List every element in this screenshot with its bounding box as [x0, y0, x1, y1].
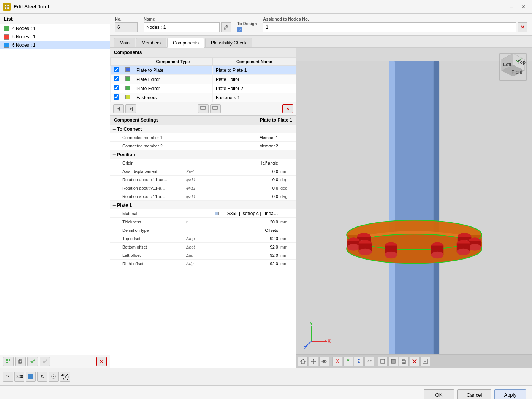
vp-btn-z[interactable]: Z [354, 357, 364, 366]
prop-row-connected-1[interactable]: Connected member 1 Member 1 [110, 133, 296, 142]
vp-btn-export[interactable] [420, 357, 430, 366]
copy-button[interactable] [15, 357, 26, 366]
comp-name-4: Fasteners 1 [212, 93, 296, 102]
name-input[interactable] [144, 22, 220, 32]
assigned-nodes-input[interactable] [263, 22, 516, 32]
units-button[interactable]: 0.00 [14, 372, 24, 382]
help-button[interactable]: ? [3, 372, 13, 382]
comp-type-1: Plate to Plate [133, 66, 213, 75]
name-label: Name [144, 17, 231, 21]
vp-btn-x[interactable]: X [332, 357, 342, 366]
tab-plausibility[interactable]: Plausibility Check [205, 38, 252, 48]
list-item-6nodes[interactable]: 6 Nodes : 1 [0, 41, 110, 49]
text-button[interactable]: A [37, 372, 47, 382]
list-item-5nodes[interactable]: 5 Nodes : 1 [0, 33, 110, 41]
add-button[interactable] [3, 357, 14, 366]
viewport[interactable]: Top Left Front X [296, 48, 532, 368]
prop-row-rot-x[interactable]: Rotation about x11-ax… φx11 0.0 deg [110, 176, 296, 184]
list-label-4nodes: 4 Nodes : 1 [12, 26, 35, 31]
move-right-button[interactable] [125, 104, 136, 113]
prop-group-position: − Position Origin Half angle Axial displ… [110, 150, 296, 201]
table-row[interactable]: Plate Editor Plate Editor 2 [111, 84, 296, 93]
minimize-button[interactable]: ─ [506, 2, 517, 11]
color-indicator-blue [4, 43, 9, 48]
prop-name-def-type: Definition type [118, 228, 186, 233]
components-section-header: Components [110, 48, 296, 57]
prop-val-rot-y: 0.0 [203, 186, 280, 190]
to-design-checkbox[interactable]: ✓ [237, 27, 242, 32]
vp-btn-ziso[interactable]: ↗Z [364, 357, 374, 366]
move-left-button[interactable] [113, 104, 124, 113]
list-label-5nodes: 5 Nodes : 1 [12, 34, 35, 40]
svg-rect-3 [7, 7, 9, 9]
svg-rect-21 [389, 61, 439, 355]
list-item-4nodes[interactable]: 4 Nodes : 1 [0, 24, 110, 33]
collapse-plate1-icon: − [112, 202, 116, 208]
axis-indicator: X Y Z [304, 322, 327, 345]
group-header-plate1[interactable]: − Plate 1 [110, 201, 296, 209]
vp-btn-print[interactable] [399, 357, 409, 366]
comp-check-3[interactable] [114, 85, 119, 90]
svg-rect-83 [403, 362, 405, 363]
import-button[interactable] [198, 104, 209, 113]
prop-row-rot-z[interactable]: Rotation about z11-a… φz11 0.0 deg [110, 192, 296, 201]
prop-row-bottom-offset[interactable]: Bottom offset Δbot 92.0 mm [110, 243, 296, 251]
comp-type-2: Plate Editor [133, 75, 213, 84]
prop-row-origin[interactable]: Origin Half angle [110, 159, 296, 167]
prop-row-right-offset[interactable]: Right offset Δrig 92.0 mm [110, 260, 296, 268]
tab-components[interactable]: Components [167, 38, 204, 48]
prop-row-material[interactable]: Material 1 - S355 | Isotropic | Linea… [110, 209, 296, 218]
vp-btn-home[interactable] [298, 357, 308, 366]
delete-component-button[interactable]: ✕ [282, 104, 293, 113]
vp-btn-move[interactable] [309, 357, 318, 366]
uncheck-all-button[interactable] [40, 357, 50, 366]
comp-check-2[interactable] [114, 76, 119, 81]
prop-row-rot-y[interactable]: Rotation about y11-a… φy11 0.0 deg [110, 184, 296, 192]
check-all-button[interactable] [27, 357, 38, 366]
vp-btn-eye[interactable] [319, 357, 329, 366]
table-row[interactable]: Plate to Plate Plate to Plate 1 [111, 66, 296, 75]
prop-row-top-offset[interactable]: Top offset Δtop 92.0 mm [110, 234, 296, 243]
apply-button[interactable]: Apply [494, 390, 526, 399]
svg-rect-5 [9, 359, 10, 361]
comp-check-4[interactable] [114, 94, 119, 100]
close-button[interactable]: ✕ [518, 2, 529, 11]
cancel-button[interactable]: Cancel [457, 390, 491, 399]
export-button[interactable]: + [210, 104, 221, 113]
formula-button[interactable]: f(x) [60, 372, 70, 382]
assigned-nodes-clear-button[interactable]: ✕ [518, 22, 527, 32]
vp-btn-wireframe[interactable] [378, 357, 388, 366]
edit-name-button[interactable] [221, 22, 231, 32]
vp-btn-solid[interactable] [388, 357, 398, 366]
prop-row-axial[interactable]: Axial displacement Xref 0.0 mm [110, 167, 296, 176]
prop-group-plate1: − Plate 1 Material 1 - S355 | Isotropic … [110, 201, 296, 268]
group-header-position[interactable]: − Position [110, 150, 296, 159]
dialog-footer: OK Cancel Apply [0, 385, 532, 399]
tab-members[interactable]: Members [136, 38, 166, 48]
svg-point-42 [469, 244, 481, 251]
svg-point-51 [385, 252, 397, 258]
main-container: List 4 Nodes : 1 5 Nodes : 1 6 Nodes : 1 [0, 14, 532, 368]
prop-row-connected-2[interactable]: Connected member 2 Member 2 [110, 142, 296, 150]
group-header-to-connect[interactable]: − To Connect [110, 125, 296, 133]
svg-rect-7 [19, 360, 21, 363]
comp-settings-content: − To Connect Connected member 1 Member 1… [110, 125, 296, 368]
display-button[interactable] [49, 372, 59, 382]
svg-rect-82 [403, 359, 405, 361]
top-form: No. Name To Design ✓ Assigned to Nodes N… [110, 14, 532, 36]
prop-row-thickness[interactable]: Thickness t 20.0 mm [110, 218, 296, 226]
prop-row-def-type[interactable]: Definition type Offsets [110, 226, 296, 234]
tab-main[interactable]: Main [114, 38, 135, 48]
ok-button[interactable]: OK [424, 390, 454, 399]
comp-color-2 [125, 76, 130, 81]
no-input[interactable] [115, 22, 138, 32]
vp-btn-y[interactable]: Y [343, 357, 353, 366]
color-button[interactable] [26, 372, 36, 382]
comp-check-1[interactable] [114, 67, 119, 72]
vp-btn-reset[interactable] [410, 357, 420, 366]
table-row[interactable]: Fasteners Fasteners 1 [111, 93, 296, 102]
prop-row-left-offset[interactable]: Left offset Δlef 92.0 mm [110, 251, 296, 260]
table-row[interactable]: Plate Editor Plate Editor 1 [111, 75, 296, 84]
nav-cube[interactable]: Top Left Front [498, 52, 528, 82]
delete-button[interactable]: ✕ [96, 357, 107, 366]
